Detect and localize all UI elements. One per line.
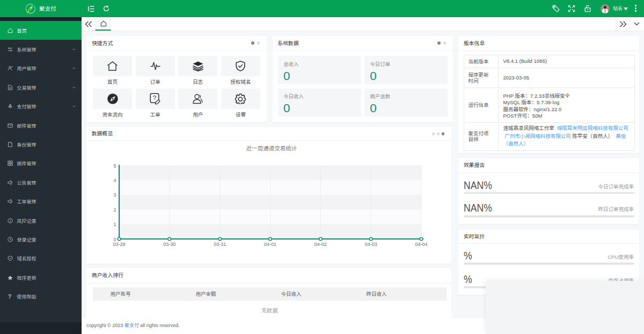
svg-text:03-30: 03-30 (163, 242, 175, 247)
svg-text:03-31: 03-31 (214, 242, 226, 247)
svg-text:03-29: 03-29 (113, 242, 125, 247)
svg-text:1: 1 (113, 222, 116, 227)
svg-text:04-01: 04-01 (264, 242, 276, 247)
svg-text:04-03: 04-03 (365, 242, 377, 247)
svg-text:5: 5 (113, 163, 116, 169)
svg-text:3: 3 (113, 192, 116, 198)
svg-text:04-04: 04-04 (415, 242, 427, 247)
svg-text:2: 2 (113, 207, 116, 213)
svg-text:04-02: 04-02 (314, 242, 327, 247)
svg-text:?: ? (152, 95, 156, 101)
svg-text:0: 0 (113, 237, 116, 242)
svg-text:4: 4 (113, 178, 116, 183)
svg-text:近一周通道交易统计: 近一周通道交易统计 (246, 145, 297, 151)
